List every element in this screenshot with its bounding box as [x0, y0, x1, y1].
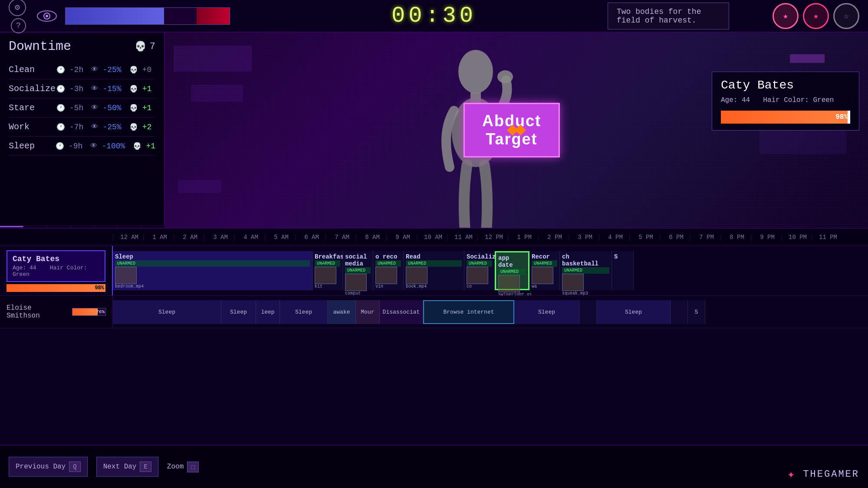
person2-block-12[interactable]: S: [688, 300, 705, 324]
target-progress-fill: [721, 111, 848, 124]
right-panel: Caty Bates Age: 44 Hair Color: Green 98%: [712, 72, 859, 131]
block-label: Sleep: [538, 309, 555, 315]
system-icons: ⚙ ?: [9, 0, 26, 33]
prev-day-label: Previous Day: [16, 463, 66, 471]
person2-block-6[interactable]: Disassociat: [380, 300, 423, 324]
skull-count: 💀 7: [135, 41, 155, 52]
noise-patch-1: [174, 46, 252, 72]
block-label: Sleep: [158, 309, 175, 315]
person1-block-6[interactable]: app date UNARMED swiperight.gi: [495, 251, 529, 290]
noise-patch-5: [790, 54, 825, 63]
time-label-4pm: 4 PM: [599, 234, 629, 241]
person1-block-9[interactable]: S: [612, 251, 634, 290]
person1-details: Age: 44 Hair Color: Green: [13, 265, 99, 278]
badge-1: ★: [773, 3, 799, 29]
person2-bar-fill: [72, 308, 98, 315]
time-label-5pm: 5 PM: [629, 234, 660, 241]
block-title: o reco: [375, 253, 401, 260]
svg-point-2: [46, 15, 48, 17]
settings-icon[interactable]: ⚙: [9, 0, 26, 16]
skull-stat-icon: 💀: [129, 123, 138, 131]
person2-label: Eloise Smithson 76%: [0, 296, 113, 328]
thumbnail: [498, 275, 520, 292]
unarmed-tag: UNARMED: [115, 260, 310, 267]
next-day-key: E: [140, 462, 151, 472]
clock-icon: 🕐: [56, 85, 65, 93]
time-label-10am: 10 AM: [417, 234, 447, 241]
previous-day-button[interactable]: Previous Day Q: [9, 457, 88, 477]
time-label-3am: 3 AM: [204, 234, 234, 241]
unarmed-tag: UNARMED: [406, 260, 462, 267]
person2-block-9[interactable]: [579, 300, 597, 324]
time-label-8am: 8 AM: [356, 234, 386, 241]
person2-block-10[interactable]: Sleep: [597, 300, 671, 324]
person1-block-3[interactable]: o reco UNARMED vin: [373, 251, 404, 290]
block-label: Mour: [361, 309, 374, 315]
person2-block-11[interactable]: [671, 300, 688, 324]
person2-bar: 76%: [72, 308, 106, 316]
zoom-label: Zoom: [167, 463, 184, 471]
sidebar-row-stare[interactable]: Stare 🕐 -5h 👁 -50% 💀 +1: [9, 98, 155, 118]
person2-block-2[interactable]: leep: [256, 300, 280, 324]
person2-bar-label: 76%: [96, 309, 105, 314]
next-day-button[interactable]: Next Day E: [96, 457, 158, 477]
thumbnail: [467, 267, 488, 284]
block-label: Browse internet: [443, 309, 494, 315]
person2-block-4[interactable]: awake: [328, 300, 356, 324]
time-label-6am: 6 AM: [295, 234, 326, 241]
sidebar-row-work[interactable]: Work 🕐 -7h 👁 -25% 💀 +2: [9, 118, 155, 137]
time-label-8pm: 8 PM: [720, 234, 751, 241]
timer-display: 00:30: [391, 3, 477, 29]
top-bar: ⚙ ? 00:30 Two bodies for the field of ha…: [0, 0, 868, 33]
block-title: Socializ: [467, 253, 492, 260]
sidebar-row-clean[interactable]: Clean 🕐 -2h 👁 -25% 💀 +0: [9, 60, 155, 79]
bottom-bar: Previous Day Q Next Day E Zoom ⬚ ✦ THEGA…: [0, 445, 868, 488]
block-file: vin: [375, 284, 401, 289]
logo: ✦ THEGAMER: [787, 467, 859, 481]
person2-schedule: SleepSleepleepSleepawakeMourDisassociatB…: [113, 296, 868, 328]
person1-block-8[interactable]: ch basketball UNARMED squeak.mp3: [560, 251, 612, 290]
zoom-button[interactable]: Zoom ⬚: [167, 462, 199, 472]
person1-block-0[interactable]: Sleep UNARMED bedroom.mp4: [113, 251, 312, 290]
sidebar-row-socialize[interactable]: Socialize 🕐 -3h 👁 -15% 💀 +1: [9, 79, 155, 98]
timeline-area: 12 AM1 AM2 AM3 AM4 AM5 AM6 AM7 AM8 AM9 A…: [0, 228, 868, 445]
person1-name: Caty Bates: [13, 255, 99, 263]
block-label: Disassociat: [383, 309, 420, 315]
thumbnail: [315, 267, 336, 284]
eye-stat-icon: 👁: [90, 142, 97, 150]
health-bar: [65, 7, 230, 25]
person1-mini-bar: 98%: [7, 284, 105, 292]
time-label-11am: 11 AM: [447, 234, 477, 241]
logo-icon: ✦: [787, 468, 796, 481]
person1-block-2[interactable]: social media UNARMED comput: [343, 251, 373, 290]
block-title: ch basketball: [562, 253, 609, 267]
block-file: book.mp4: [406, 284, 462, 289]
person2-block-1[interactable]: Sleep: [221, 300, 256, 324]
badge-2: ★: [803, 3, 829, 29]
unarmed-tag: UNARMED: [532, 260, 557, 267]
person1-block-4[interactable]: Read UNARMED book.mp4: [404, 251, 464, 290]
thumbnail: [345, 274, 367, 291]
person1-block-1[interactable]: Breakfast UNARMED kit: [312, 251, 343, 290]
person2-block-7[interactable]: Browse internet: [423, 300, 514, 324]
time-labels: 12 AM1 AM2 AM3 AM4 AM5 AM6 AM7 AM8 AM9 A…: [113, 234, 868, 241]
person2-block-3[interactable]: Sleep: [280, 300, 328, 324]
badge-group: ★ ★ ☆: [773, 3, 859, 29]
sidebar-title: Downtime 💀 7: [9, 39, 155, 54]
block-file: bedroom.mp4: [115, 284, 310, 289]
person1-mini-bar-fill: [7, 284, 105, 292]
help-icon[interactable]: ?: [11, 18, 26, 33]
time-label-3pm: 3 PM: [569, 234, 599, 241]
alert-box: Two bodies for the field of harvest.: [608, 3, 729, 29]
clock-icon: 🕐: [56, 142, 64, 151]
person1-block-5[interactable]: Socializ UNARMED co: [464, 251, 495, 290]
time-label-2am: 2 AM: [174, 234, 204, 241]
person2-block-5[interactable]: Mour: [356, 300, 380, 324]
person2-block-8[interactable]: Sleep: [514, 300, 579, 324]
block-label: Sleep: [230, 309, 247, 315]
logo-text: THEGAMER: [803, 469, 859, 480]
timeline-header: 12 AM1 AM2 AM3 AM4 AM5 AM6 AM7 AM8 AM9 A…: [0, 229, 868, 246]
person1-block-7[interactable]: Recor UNARMED wa: [529, 251, 560, 290]
sidebar-row-sleep[interactable]: Sleep 🕐 -9h 👁 -100% 💀 +1: [9, 137, 155, 156]
person2-block-0[interactable]: Sleep: [113, 300, 221, 324]
